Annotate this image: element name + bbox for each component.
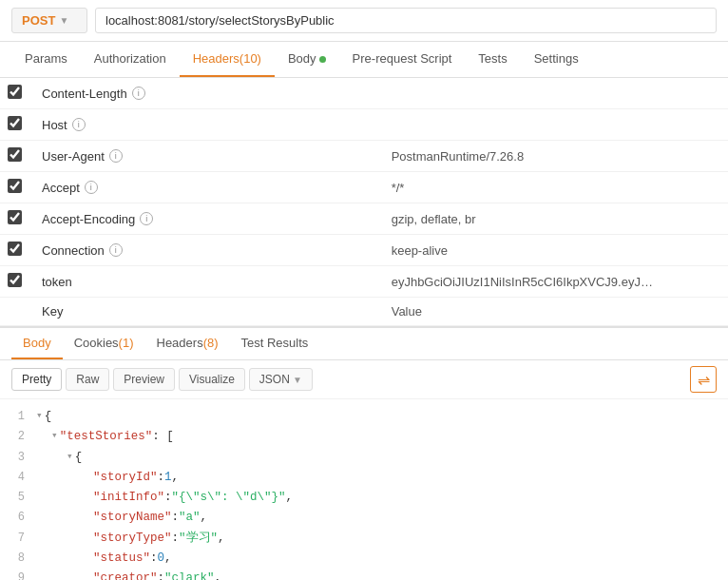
table-row: Connection i keep-alive xyxy=(0,235,728,266)
tab-tests[interactable]: Tests xyxy=(465,42,520,77)
format-type-select[interactable]: JSON ▼ xyxy=(249,368,313,391)
format-raw-button[interactable]: Raw xyxy=(66,368,109,391)
format-row: Pretty Raw Preview Visualize JSON ▼ ⇌ xyxy=(0,360,728,399)
json-line-6: 6 "storyName": "a", xyxy=(8,508,728,528)
request-tabs: Params Authorization Headers(10) Body Pr… xyxy=(0,42,728,78)
json-line-2: 2 ▾ "testStories": [ xyxy=(8,427,728,447)
table-row-placeholder: Key Value xyxy=(0,298,728,326)
header-key-label: Host xyxy=(42,118,67,132)
table-row: Host i xyxy=(0,109,728,141)
header-checkbox[interactable] xyxy=(8,85,22,99)
table-row: Accept-Encoding i gzip, deflate, br xyxy=(0,203,728,235)
header-key-label: Content-Length xyxy=(42,87,127,101)
header-checkbox[interactable] xyxy=(8,242,22,256)
method-chevron-icon: ▼ xyxy=(59,15,68,26)
key-placeholder: Key xyxy=(42,304,63,319)
resp-tab-cookies[interactable]: Cookies(1) xyxy=(63,328,145,359)
format-type-label: JSON xyxy=(259,373,290,386)
resp-tab-testresults[interactable]: Test Results xyxy=(230,328,320,359)
header-checkbox[interactable] xyxy=(8,116,22,130)
format-preview-button[interactable]: Preview xyxy=(113,368,175,391)
json-line-1: 1 ▾ { xyxy=(8,407,728,427)
wrap-icon[interactable]: ⇌ xyxy=(690,366,717,393)
header-checkbox[interactable] xyxy=(8,210,22,224)
header-value-label: gzip, deflate, br xyxy=(392,212,658,226)
tab-body[interactable]: Body xyxy=(275,42,339,77)
table-row: Accept i */* xyxy=(0,172,728,203)
tab-authorization[interactable]: Authorization xyxy=(81,42,180,77)
json-line-8: 8 "status": 0, xyxy=(8,549,728,569)
info-icon[interactable]: i xyxy=(140,212,153,225)
header-checkbox[interactable] xyxy=(8,273,22,287)
format-pretty-button[interactable]: Pretty xyxy=(11,368,62,391)
header-value-label: PostmanRuntime/7.26.8 xyxy=(392,149,658,164)
body-dot xyxy=(319,56,326,63)
json-line-4: 4 "storyId": 1, xyxy=(8,468,728,488)
header-checkbox[interactable] xyxy=(8,179,22,193)
info-icon[interactable]: i xyxy=(85,181,98,194)
tab-prerequest[interactable]: Pre-request Script xyxy=(339,42,466,77)
header-key-label: token xyxy=(42,275,72,289)
headers-table: Content-Length i Host i User-Agent i Pos… xyxy=(0,78,728,326)
value-placeholder: Value xyxy=(392,304,422,319)
method-label: POST xyxy=(22,13,55,28)
method-select[interactable]: POST ▼ xyxy=(11,8,87,33)
json-viewer: 1 ▾ { 2 ▾ "testStories": [ 3 ▾ { 4 "stor… xyxy=(0,399,728,580)
json-line-5: 5 "initInfo": "{\"s\": \"d\"}", xyxy=(8,488,728,508)
json-line-9: 9 "creator": "clark", xyxy=(8,569,728,580)
url-input[interactable] xyxy=(95,8,717,33)
tab-settings[interactable]: Settings xyxy=(521,42,592,77)
tab-headers[interactable]: Headers(10) xyxy=(180,42,275,77)
format-chevron-icon: ▼ xyxy=(293,375,302,385)
info-icon[interactable]: i xyxy=(132,87,145,100)
format-visualize-button[interactable]: Visualize xyxy=(179,368,245,391)
header-checkbox[interactable] xyxy=(8,147,22,162)
info-icon[interactable]: i xyxy=(109,243,123,257)
response-tabs: Body Cookies(1) Headers(8) Test Results xyxy=(0,328,728,360)
tab-params[interactable]: Params xyxy=(11,42,81,77)
table-row: Content-Length i xyxy=(0,78,728,109)
table-row: token eyJhbGciOiJIUzI1NiIsInR5cCI6IkpXVC… xyxy=(0,266,728,298)
header-key-label: Accept xyxy=(42,181,80,195)
resp-tab-headers[interactable]: Headers(8) xyxy=(145,328,230,359)
info-icon[interactable]: i xyxy=(109,149,123,163)
header-key-label: Connection xyxy=(42,243,105,258)
info-icon[interactable]: i xyxy=(72,118,86,131)
header-key-label: Accept-Encoding xyxy=(42,212,135,226)
table-row: User-Agent i PostmanRuntime/7.26.8 xyxy=(0,141,728,172)
resp-tab-body[interactable]: Body xyxy=(11,328,63,359)
url-bar: POST ▼ xyxy=(0,0,728,42)
header-value-label: eyJhbGciOiJIUzI1NiIsInR5cCI6IkpXVCJ9.eyJ… xyxy=(392,275,658,289)
json-line-3: 3 ▾ { xyxy=(8,448,728,468)
header-value-label: keep-alive xyxy=(392,243,658,258)
header-key-label: User-Agent xyxy=(42,149,105,164)
response-section: Body Cookies(1) Headers(8) Test Results … xyxy=(0,326,728,580)
json-line-7: 7 "storyType": "学习", xyxy=(8,529,728,549)
header-value-label: */* xyxy=(392,181,658,195)
